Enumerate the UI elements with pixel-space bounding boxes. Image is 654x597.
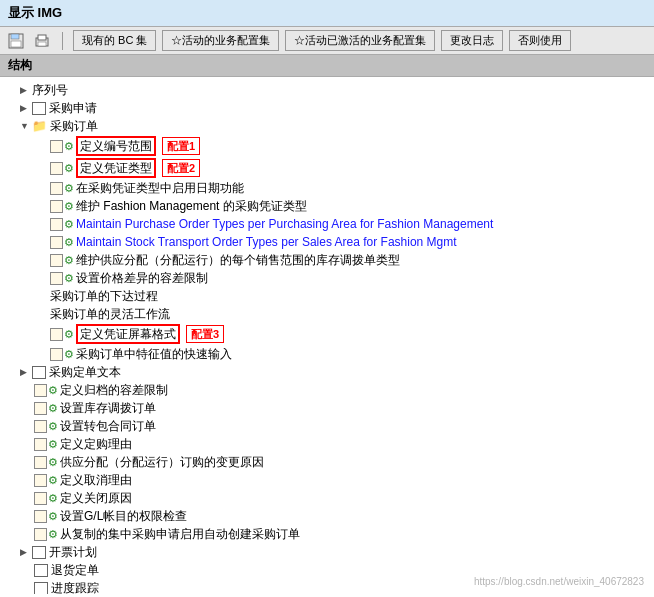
tree-row[interactable]: ▶ 采购申请 bbox=[0, 99, 654, 117]
node-label: 定义编号范围 bbox=[80, 138, 152, 154]
node-label: 设置转包合同订单 bbox=[60, 418, 156, 434]
tree-row[interactable]: ⚙定义编号范围配置1 bbox=[0, 135, 654, 157]
tree-row[interactable]: 退货定单 bbox=[0, 561, 654, 579]
tree-row[interactable]: ▼ 📁采购订单 bbox=[0, 117, 654, 135]
folder-icon: 📁 bbox=[32, 118, 47, 134]
highlighted-item[interactable]: 定义编号范围 bbox=[76, 136, 156, 156]
doc-icon bbox=[34, 384, 47, 397]
node-label: 供应分配（分配运行）订购的变更原因 bbox=[60, 454, 264, 470]
doc-icon bbox=[34, 492, 47, 505]
node-label: 序列号 bbox=[32, 82, 68, 98]
node-label: 采购订单中特征值的快速输入 bbox=[76, 346, 232, 362]
tree-row[interactable]: ⚙在采购凭证类型中启用日期功能 bbox=[0, 179, 654, 197]
svg-rect-5 bbox=[38, 42, 46, 46]
doc-icon bbox=[34, 402, 47, 415]
node-label: 维护 Fashion Management 的采购凭证类型 bbox=[76, 198, 307, 214]
gear-icon: ⚙ bbox=[64, 234, 74, 250]
otherwise-use-button[interactable]: 否则使用 bbox=[509, 30, 571, 51]
node-label: 设置价格差异的容差限制 bbox=[76, 270, 208, 286]
expand-arrow[interactable]: ▶ bbox=[20, 82, 32, 98]
doc-icon bbox=[34, 474, 47, 487]
expand-arrow[interactable]: ▼ bbox=[20, 118, 32, 134]
doc-icon bbox=[50, 200, 63, 213]
change-log-button[interactable]: 更改日志 bbox=[441, 30, 503, 51]
tree-row[interactable]: ⚙定义取消理由 bbox=[0, 471, 654, 489]
save-icon[interactable] bbox=[6, 31, 26, 51]
tree-row[interactable]: ⚙设置G/L帐目的权限检查 bbox=[0, 507, 654, 525]
tree-row[interactable]: ⚙从复制的集中采购申请启用自动创建采购订单 bbox=[0, 525, 654, 543]
node-label: 维护供应分配（分配运行）的每个销售范围的库存调拨单类型 bbox=[76, 252, 400, 268]
node-label: 开票计划 bbox=[49, 544, 97, 560]
gear-icon: ⚙ bbox=[48, 472, 58, 488]
gear-icon: ⚙ bbox=[64, 198, 74, 214]
gear-icon: ⚙ bbox=[64, 270, 74, 286]
gear-icon: ⚙ bbox=[64, 326, 74, 342]
node-label: 定义凭证类型 bbox=[80, 160, 152, 176]
doc-icon bbox=[34, 420, 47, 433]
tree-row[interactable]: ⚙定义定购理由 bbox=[0, 435, 654, 453]
gear-icon: ⚙ bbox=[48, 454, 58, 470]
tree-content: ▶ 序列号▶ 采购申请▼ 📁采购订单⚙定义编号范围配置1⚙定义凭证类型配置2⚙在… bbox=[0, 77, 654, 594]
doc-icon bbox=[50, 236, 63, 249]
doc-icon bbox=[34, 528, 47, 541]
tree-row[interactable]: ⚙Maintain Purchase Order Types per Purch… bbox=[0, 215, 654, 233]
title-text: 显示 IMG bbox=[8, 5, 62, 20]
tree-row[interactable]: ⚙维护 Fashion Management 的采购凭证类型 bbox=[0, 197, 654, 215]
expand-arrow[interactable]: ▶ bbox=[20, 544, 32, 560]
gear-icon: ⚙ bbox=[48, 382, 58, 398]
config-badge: 配置1 bbox=[162, 137, 200, 155]
tree-row[interactable]: ⚙维护供应分配（分配运行）的每个销售范围的库存调拨单类型 bbox=[0, 251, 654, 269]
doc-icon bbox=[50, 162, 63, 175]
svg-rect-4 bbox=[38, 35, 46, 40]
tree-row[interactable]: 采购订单的下达过程 bbox=[0, 287, 654, 305]
node-label: 定义关闭原因 bbox=[60, 490, 132, 506]
tree-row[interactable]: ⚙设置价格差异的容差限制 bbox=[0, 269, 654, 287]
print-icon[interactable] bbox=[32, 31, 52, 51]
expand-arrow[interactable]: ▶ bbox=[20, 100, 32, 116]
activated-config-button[interactable]: ☆活动已激活的业务配置集 bbox=[285, 30, 435, 51]
doc-icon bbox=[32, 102, 46, 115]
node-label: 退货定单 bbox=[51, 562, 99, 578]
node-label: 采购定单文本 bbox=[49, 364, 121, 380]
doc-icon bbox=[32, 366, 46, 379]
doc-icon bbox=[34, 582, 48, 595]
tree-row[interactable]: ⚙定义关闭原因 bbox=[0, 489, 654, 507]
tree-row[interactable]: 进度跟踪 bbox=[0, 579, 654, 594]
doc-icon bbox=[50, 272, 63, 285]
doc-icon bbox=[50, 348, 63, 361]
tree-row[interactable]: ▶ 开票计划 bbox=[0, 543, 654, 561]
tree-row[interactable]: ⚙定义凭证屏幕格式配置3 bbox=[0, 323, 654, 345]
highlighted-item[interactable]: 定义凭证屏幕格式 bbox=[76, 324, 180, 344]
tree-row[interactable]: 采购订单的灵活工作流 bbox=[0, 305, 654, 323]
expand-arrow[interactable]: ▶ bbox=[20, 364, 32, 380]
tree-row[interactable]: ⚙设置转包合同订单 bbox=[0, 417, 654, 435]
tree-row[interactable]: ⚙定义归档的容差限制 bbox=[0, 381, 654, 399]
tree-row[interactable]: ▶ 采购定单文本 bbox=[0, 363, 654, 381]
gear-icon: ⚙ bbox=[64, 138, 74, 154]
node-label: 采购订单的下达过程 bbox=[50, 288, 158, 304]
tree-row[interactable]: ⚙Maintain Stock Transport Order Types pe… bbox=[0, 233, 654, 251]
tree-row[interactable]: ⚙设置库存调拨订单 bbox=[0, 399, 654, 417]
doc-icon bbox=[34, 438, 47, 451]
highlighted-item[interactable]: 定义凭证类型 bbox=[76, 158, 156, 178]
tree-row[interactable]: ⚙供应分配（分配运行）订购的变更原因 bbox=[0, 453, 654, 471]
tree-row[interactable]: ⚙采购订单中特征值的快速输入 bbox=[0, 345, 654, 363]
gear-icon: ⚙ bbox=[48, 400, 58, 416]
tree-row[interactable]: ⚙定义凭证类型配置2 bbox=[0, 157, 654, 179]
doc-icon bbox=[34, 564, 48, 577]
doc-icon bbox=[50, 218, 63, 231]
node-label[interactable]: Maintain Purchase Order Types per Purcha… bbox=[76, 216, 493, 232]
tree-row[interactable]: ▶ 序列号 bbox=[0, 81, 654, 99]
config-badge: 配置2 bbox=[162, 159, 200, 177]
bc-set-button[interactable]: 现有的 BC 集 bbox=[73, 30, 156, 51]
gear-icon: ⚙ bbox=[64, 216, 74, 232]
doc-icon bbox=[50, 254, 63, 267]
active-config-button[interactable]: ☆活动的业务配置集 bbox=[162, 30, 279, 51]
node-label: 从复制的集中采购申请启用自动创建采购订单 bbox=[60, 526, 300, 542]
node-label[interactable]: Maintain Stock Transport Order Types per… bbox=[76, 234, 457, 250]
doc-icon bbox=[50, 182, 63, 195]
gear-icon: ⚙ bbox=[64, 180, 74, 196]
doc-icon bbox=[34, 456, 47, 469]
node-label: 定义取消理由 bbox=[60, 472, 132, 488]
node-label: 采购申请 bbox=[49, 100, 97, 116]
